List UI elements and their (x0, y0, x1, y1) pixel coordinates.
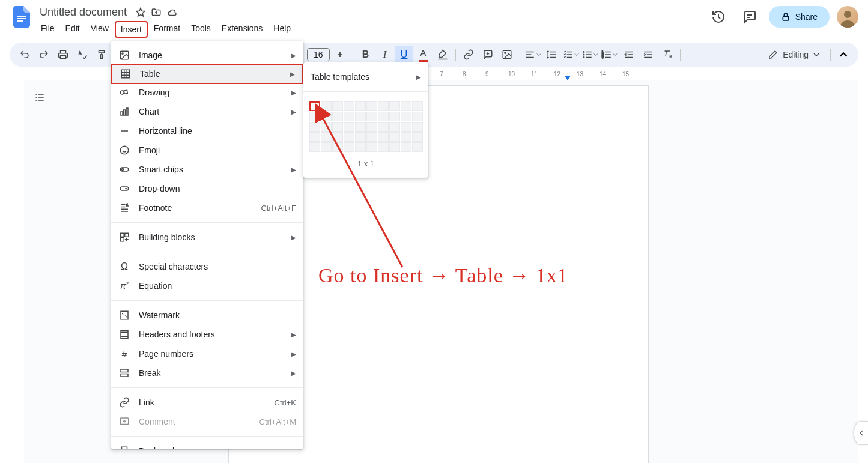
grid-cell[interactable] (321, 142, 332, 152)
grid-cell[interactable] (355, 142, 366, 152)
grid-cell[interactable] (401, 132, 411, 142)
menu-format[interactable]: Format (149, 21, 185, 38)
highlight-button[interactable] (434, 46, 452, 64)
grid-cell[interactable] (378, 101, 389, 111)
increase-font-button[interactable] (331, 46, 349, 64)
grid-cell[interactable] (344, 101, 354, 111)
comments-icon[interactable] (738, 5, 762, 29)
insert-link-button[interactable] (460, 46, 478, 64)
menu-item-chart[interactable]: Chart ▶ (111, 102, 303, 121)
bulleted-list-button[interactable] (581, 46, 599, 64)
grid-cell[interactable] (309, 122, 320, 132)
menu-item-emoji[interactable]: Emoji (111, 141, 303, 160)
clear-formatting-button[interactable] (658, 46, 676, 64)
menu-item-equation[interactable]: π2 Equation (111, 276, 303, 295)
increase-indent-button[interactable] (639, 46, 657, 64)
grid-cell[interactable] (378, 132, 389, 142)
grid-cell-1-1[interactable] (309, 101, 320, 111)
outline-button[interactable] (30, 88, 49, 107)
grid-cell[interactable] (412, 112, 423, 121)
grid-cell[interactable] (321, 132, 332, 142)
grid-cell[interactable] (401, 142, 411, 152)
side-panel-toggle[interactable] (854, 421, 868, 445)
grid-cell[interactable] (309, 132, 320, 142)
share-button[interactable]: Share (769, 6, 830, 28)
menu-item-image[interactable]: Image ▶ (111, 46, 303, 65)
grid-cell[interactable] (378, 112, 389, 121)
grid-cell[interactable] (355, 122, 366, 132)
grid-cell[interactable] (332, 132, 343, 142)
menu-view[interactable]: View (86, 21, 114, 38)
menu-item-link[interactable]: Link Ctrl+K (111, 393, 303, 412)
grid-cell[interactable] (344, 132, 354, 142)
grid-cell[interactable] (412, 132, 423, 142)
undo-button[interactable] (16, 46, 34, 64)
menu-item-watermark[interactable]: Watermark (111, 306, 303, 325)
menu-item-table[interactable]: Table ▶ (111, 64, 303, 84)
grid-cell[interactable] (332, 122, 343, 132)
grid-cell[interactable] (389, 122, 400, 132)
align-button[interactable] (524, 46, 542, 64)
insert-comment-button[interactable] (479, 46, 497, 64)
insert-image-button[interactable] (498, 46, 516, 64)
menu-tools[interactable]: Tools (186, 21, 216, 38)
decrease-indent-button[interactable] (620, 46, 638, 64)
grid-cell[interactable] (355, 101, 366, 111)
grid-cell[interactable] (412, 122, 423, 132)
grid-cell[interactable] (412, 142, 423, 152)
cloud-status-icon[interactable] (166, 7, 178, 18)
menu-item-special-characters[interactable]: Ω Special characters (111, 257, 303, 276)
grid-cell[interactable] (366, 142, 377, 152)
grid-cell[interactable] (332, 101, 343, 111)
grid-cell[interactable] (355, 132, 366, 142)
star-icon[interactable] (135, 7, 146, 18)
menu-item-break[interactable]: Break ▶ (111, 363, 303, 383)
document-title[interactable]: Untitled document (36, 5, 130, 20)
grid-cell[interactable] (332, 112, 343, 121)
grid-cell[interactable] (401, 101, 411, 111)
spellcheck-button[interactable] (73, 46, 91, 64)
grid-cell[interactable] (309, 142, 320, 152)
grid-cell[interactable] (412, 101, 423, 111)
grid-cell[interactable] (389, 101, 400, 111)
account-avatar[interactable] (837, 6, 858, 28)
docs-logo[interactable] (10, 5, 34, 29)
grid-cell[interactable] (389, 142, 400, 152)
menu-file[interactable]: File (36, 21, 59, 38)
menu-item-drawing[interactable]: Drawing ▶ (111, 83, 303, 102)
menu-item-table-templates[interactable]: Table templates ▶ (303, 67, 428, 86)
grid-cell[interactable] (344, 112, 354, 121)
menu-edit[interactable]: Edit (61, 21, 85, 38)
editing-mode-button[interactable]: Editing (761, 47, 827, 62)
grid-cell[interactable] (378, 122, 389, 132)
grid-cell[interactable] (321, 122, 332, 132)
grid-cell[interactable] (401, 122, 411, 132)
menu-item-page-numbers[interactable]: # Page numbers ▶ (111, 344, 303, 363)
italic-button[interactable]: I (376, 46, 394, 64)
text-color-button[interactable]: A (414, 46, 432, 64)
font-size-input[interactable]: 16 (307, 48, 330, 61)
grid-cell[interactable] (344, 122, 354, 132)
redo-button[interactable] (35, 46, 53, 64)
grid-cell[interactable] (389, 112, 400, 121)
collapse-toolbar-button[interactable] (834, 46, 852, 64)
menu-item-headers-footers[interactable]: Headers and footers ▶ (111, 325, 303, 344)
menu-insert[interactable]: Insert (115, 21, 148, 38)
move-icon[interactable] (151, 7, 162, 18)
menu-item-footnote[interactable]: 1 Footnote Ctrl+Alt+F (111, 198, 303, 217)
underline-button[interactable]: U (395, 46, 413, 64)
menu-item-bookmark[interactable]: Bookmark (111, 441, 303, 449)
grid-cell[interactable] (366, 122, 377, 132)
print-button[interactable] (54, 46, 72, 64)
history-icon[interactable] (706, 5, 730, 29)
menu-item-horizontal-line[interactable]: Horizontal line (111, 121, 303, 141)
paint-format-button[interactable] (93, 46, 111, 64)
ruler-marker-icon[interactable] (565, 76, 571, 80)
menu-extensions[interactable]: Extensions (217, 21, 267, 38)
grid-cell[interactable] (389, 132, 400, 142)
menu-item-building-blocks[interactable]: Building blocks ▶ (111, 228, 303, 247)
grid-cell[interactable] (366, 132, 377, 142)
menu-help[interactable]: Help (269, 21, 296, 38)
menu-item-dropdown[interactable]: Drop-down (111, 179, 303, 198)
grid-cell[interactable] (309, 112, 320, 121)
